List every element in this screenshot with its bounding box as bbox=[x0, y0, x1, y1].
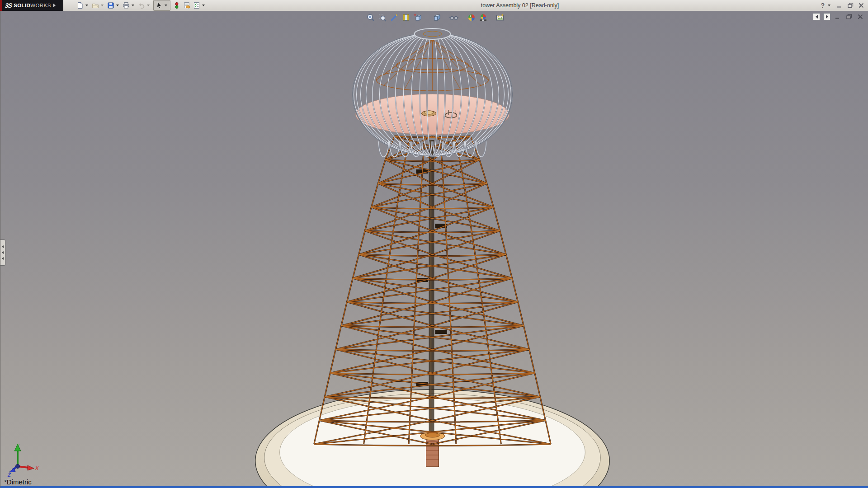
select-cursor-icon bbox=[156, 2, 163, 9]
triad-z-arrow bbox=[9, 468, 15, 472]
document-title: tower Assembly 02 [Read-only] bbox=[481, 0, 559, 11]
doc-restore-button[interactable] bbox=[845, 13, 853, 20]
view-orientation-icon bbox=[413, 13, 422, 22]
zoom-to-area-button[interactable] bbox=[377, 13, 388, 23]
open-dropdown[interactable] bbox=[101, 5, 104, 6]
doc-restore-icon bbox=[846, 14, 852, 19]
triad-origin bbox=[16, 465, 20, 469]
appearance-ball-button[interactable] bbox=[466, 13, 477, 23]
view-settings-button[interactable] bbox=[495, 13, 505, 23]
menu-expand-arrow-icon[interactable] bbox=[53, 4, 56, 7]
help-button[interactable]: ? bbox=[821, 2, 825, 9]
heads-up-view-toolbar bbox=[365, 12, 506, 23]
new-document-button[interactable] bbox=[75, 0, 85, 10]
open-icon bbox=[92, 2, 99, 9]
doc-close-button[interactable] bbox=[856, 13, 864, 20]
previous-window-icon bbox=[816, 15, 818, 19]
selection-filter-icon bbox=[173, 2, 180, 9]
solidworks-wordmark: SOLIDWORKS bbox=[14, 3, 51, 8]
app-window-controls: ? bbox=[821, 0, 865, 11]
model-tower-3d-view[interactable] bbox=[0, 11, 868, 488]
undo-dropdown[interactable] bbox=[147, 5, 150, 6]
section-view-button[interactable] bbox=[401, 13, 411, 23]
save-button[interactable] bbox=[106, 0, 115, 10]
view-orientation-button[interactable] bbox=[412, 13, 423, 23]
print-icon bbox=[123, 2, 130, 9]
doc-close-icon bbox=[858, 14, 863, 19]
select-tool-group bbox=[153, 0, 170, 11]
edit-appearance-icon bbox=[183, 2, 190, 9]
view-orientation-label: *Dimetric bbox=[4, 478, 32, 486]
doc-minimize-icon bbox=[835, 14, 840, 19]
select-button[interactable] bbox=[155, 0, 164, 10]
options-checklist-icon bbox=[193, 2, 200, 9]
options-dropdown[interactable] bbox=[202, 5, 205, 6]
orientation-triad: Y X Z bbox=[4, 441, 42, 478]
close-icon bbox=[859, 3, 864, 8]
minimize-button[interactable] bbox=[835, 2, 844, 9]
triad-y-label: Y bbox=[16, 443, 20, 448]
previous-window-button[interactable] bbox=[813, 13, 820, 20]
new-document-dropdown[interactable] bbox=[85, 5, 88, 6]
edit-appearance-button[interactable] bbox=[182, 0, 191, 10]
eyeglasses-icon bbox=[449, 13, 458, 22]
undo-icon bbox=[138, 2, 145, 9]
selection-filter-button[interactable] bbox=[172, 0, 181, 10]
logo-red-stripe bbox=[0, 0, 2, 11]
close-button[interactable] bbox=[857, 2, 865, 9]
collapse-arrow-icon bbox=[2, 251, 4, 254]
doc-minimize-button[interactable] bbox=[834, 13, 842, 20]
wordmark-works: WORKS bbox=[30, 3, 51, 8]
section-view-icon bbox=[401, 13, 410, 22]
graphics-area[interactable]: Y X Z *Dimetric bbox=[0, 11, 868, 488]
taskbar-edge bbox=[0, 486, 868, 488]
document-window-controls bbox=[813, 13, 864, 20]
apply-scene-icon bbox=[479, 13, 488, 22]
triad-x-arrow bbox=[28, 465, 34, 470]
panel-collapse-tab[interactable] bbox=[0, 239, 5, 266]
print-button[interactable] bbox=[122, 0, 131, 10]
restore-button[interactable] bbox=[846, 2, 854, 9]
collapse-arrow-icon bbox=[2, 257, 4, 260]
undo-button[interactable] bbox=[137, 0, 146, 10]
help-dropdown[interactable] bbox=[828, 5, 830, 6]
hide-show-items-button[interactable] bbox=[448, 13, 459, 23]
restore-icon bbox=[848, 3, 854, 8]
next-window-icon bbox=[826, 15, 828, 19]
apply-scene-button[interactable] bbox=[478, 13, 489, 23]
title-bar: 3S SOLIDWORKS bbox=[0, 0, 868, 11]
save-icon bbox=[107, 2, 114, 9]
solidworks-logo-mark: 3S bbox=[5, 2, 12, 9]
new-document-icon bbox=[76, 2, 84, 9]
next-window-button[interactable] bbox=[823, 13, 830, 20]
collapse-arrow-icon bbox=[2, 245, 4, 248]
zoom-to-fit-icon bbox=[366, 13, 375, 22]
appearance-ball-icon bbox=[467, 13, 476, 22]
zoom-to-area-icon bbox=[378, 13, 387, 22]
options-button[interactable] bbox=[192, 0, 201, 10]
previous-view-button[interactable] bbox=[389, 13, 400, 23]
display-style-button[interactable] bbox=[432, 13, 443, 23]
save-dropdown[interactable] bbox=[116, 5, 119, 6]
wordmark-solid: SOLID bbox=[14, 3, 30, 8]
display-style-icon bbox=[433, 13, 442, 22]
solidworks-logo[interactable]: 3S SOLIDWORKS bbox=[0, 0, 63, 11]
view-settings-icon bbox=[495, 13, 505, 22]
open-button[interactable] bbox=[91, 0, 100, 10]
triad-z-label: Z bbox=[7, 472, 11, 478]
zoom-to-fit-button[interactable] bbox=[365, 13, 376, 23]
minimize-icon bbox=[837, 3, 842, 8]
select-dropdown[interactable] bbox=[165, 5, 167, 6]
print-dropdown[interactable] bbox=[132, 5, 134, 6]
solidworks-window: 3S SOLIDWORKS bbox=[0, 0, 868, 488]
triad-x-label: X bbox=[35, 465, 39, 471]
quick-access-toolbar bbox=[75, 0, 207, 11]
previous-view-icon bbox=[390, 13, 399, 22]
